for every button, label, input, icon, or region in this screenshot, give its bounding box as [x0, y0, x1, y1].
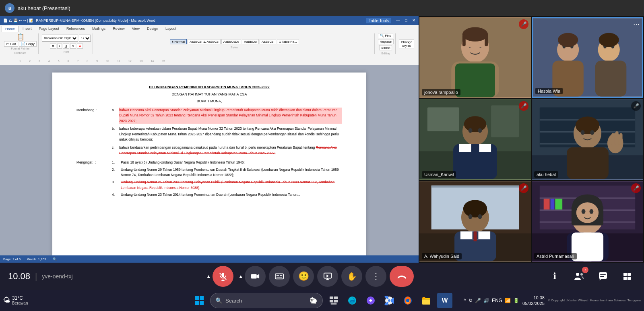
more-options-btn[interactable]: ⋮ [365, 266, 386, 287]
word-status-bar: Page: 2 of 6 Words: 1,269 🔍 [0, 255, 419, 263]
svg-point-116 [388, 299, 390, 302]
svg-marker-90 [327, 274, 329, 277]
cut-btn[interactable]: ✂ Cut [4, 41, 18, 47]
svg-rect-98 [627, 273, 631, 276]
tray-volume-icon[interactable]: 🔊 [483, 298, 489, 303]
participants-btn[interactable]: 7 [570, 267, 588, 285]
clock-widget[interactable]: 10.08 05/02/2025 [522, 295, 545, 307]
svg-rect-67 [555, 199, 562, 209]
change-styles-btn[interactable]: ChangeStyles [399, 39, 414, 48]
tab-design[interactable]: Design [144, 26, 161, 32]
svg-rect-123 [422, 297, 425, 299]
firefox-btn[interactable] [400, 293, 415, 308]
present-btn[interactable] [317, 266, 338, 287]
svg-rect-76 [584, 232, 592, 261]
captions-btn[interactable] [269, 266, 290, 287]
taskbar-right: ^ ↻ 🎤 🔊 ENG 📶 🔋 10.08 05/02/2025 © Copyr… [464, 295, 641, 307]
style-bodytext[interactable]: AaBbCcI [242, 39, 259, 44]
style-table[interactable]: 1 Table Pa... [277, 39, 299, 44]
word-titlebar: 📄 🗂 💾 ↩ ↪ | 📝 RANPERBUP-MUNA-SPM-KOMEN [… [0, 16, 419, 25]
task-view-btn[interactable] [326, 293, 341, 308]
file-explorer-btn[interactable] [419, 293, 434, 308]
tab-page-layout[interactable]: Page Layout [36, 26, 63, 32]
tab-layout[interactable]: Layout [162, 26, 180, 32]
clipboard-group: 📋 ✂ Cut 📄 Copy Format Painter Clipboard [2, 33, 39, 54]
tab-references[interactable]: References [63, 26, 88, 32]
svg-rect-107 [330, 300, 333, 302]
activities-btn[interactable] [618, 267, 636, 285]
word-maximize[interactable]: □ [405, 18, 407, 23]
font-size-selector[interactable]: 12 [79, 35, 91, 42]
raise-hand-btn[interactable]: ✋ [341, 266, 362, 287]
menimbang-c: bahwa berdasarkan pertimbangan sebagaima… [119, 145, 342, 156]
svg-rect-102 [200, 296, 204, 300]
font-color-btn[interactable]: A [77, 44, 83, 49]
mic-menu-btn[interactable]: ▲ [204, 266, 213, 287]
meeting-time: 10.08 [8, 271, 30, 282]
svg-point-54 [478, 214, 482, 219]
style-heading2[interactable]: AaBbCcDd [221, 39, 242, 44]
hasola-more-options[interactable]: ⋯ [633, 21, 640, 28]
copyright-text: © Copyright | Kantor Wilayah Kemenkumham… [548, 299, 641, 303]
video-tile-wahyudin: 🎤 A. Wahyudin Said [419, 181, 531, 262]
bold-btn[interactable]: B [50, 44, 56, 49]
word-minimize[interactable]: — [396, 18, 400, 23]
edge-icon [347, 296, 357, 305]
camera-btn[interactable] [245, 266, 266, 287]
word-count: Words: 1,269 [27, 257, 46, 261]
screen-share-area: 📄 🗂 💾 ↩ ↪ | 📝 RANPERBUP-MUNA-SPM-KOMEN [… [0, 16, 419, 263]
search-bar[interactable]: 🔍 Search 🐑 [210, 293, 323, 308]
style-nospacing[interactable]: AaBbCcI [260, 39, 277, 44]
copilot-icon: 🐑 [310, 297, 318, 305]
copilot-btn[interactable] [363, 293, 378, 308]
word-btn[interactable]: W [437, 293, 452, 308]
svg-point-111 [350, 301, 355, 305]
tab-home[interactable]: Home [2, 26, 19, 32]
find-btn[interactable]: 🔍 Find [378, 33, 393, 38]
word-table-tools: Table Tools [366, 18, 391, 23]
tab-review[interactable]: Review [109, 26, 128, 32]
svg-point-20 [599, 33, 619, 47]
wahyudin-video [419, 181, 531, 262]
emoji-btn[interactable]: 🙂 [293, 266, 314, 287]
replace-btn[interactable]: Replace [378, 39, 394, 44]
font-selector[interactable]: Bookman Old Style [42, 35, 78, 42]
svg-rect-44 [611, 133, 615, 145]
underline-btn[interactable]: U [63, 44, 69, 49]
styles-group: ¶ Normal AaBbCcI 1. AaBbCc AaBbCcDd AaBb… [95, 33, 375, 54]
akuhebat-name: aku hebat [534, 171, 558, 178]
language-indicator[interactable]: ENG [492, 298, 502, 303]
strikethrough-btn[interactable]: S [70, 44, 76, 49]
usman-video [419, 99, 531, 180]
windows-start-btn[interactable] [192, 293, 207, 308]
spell-check: 🔍 [53, 257, 57, 261]
svg-rect-45 [615, 131, 619, 145]
word-close[interactable]: ✕ [412, 18, 415, 23]
chat-btn[interactable] [594, 267, 612, 285]
controls-left: 10.08 | yve-oend-txj [8, 271, 73, 282]
menimbang-b: bahwa beberapa ketentuan dalam Peraturan… [119, 126, 342, 143]
style-normal[interactable]: ¶ Normal [170, 39, 187, 44]
tab-mailings[interactable]: Mailings [89, 26, 109, 32]
info-btn[interactable]: ℹ [546, 267, 564, 285]
weather-widget[interactable]: 🌤 31°C Berawan [3, 295, 28, 306]
svg-rect-23 [427, 108, 459, 131]
tab-insert[interactable]: Insert [19, 26, 35, 32]
astrid-mic-indicator: 🎤 [631, 183, 641, 193]
copy-btn[interactable]: 📄 Copy [19, 41, 37, 47]
tray-chevron[interactable]: ^ [464, 298, 466, 303]
taskbar: 🌤 31°C Berawan 🔍 Search 🐑 [0, 290, 644, 311]
camera-menu-btn[interactable]: ▲ [237, 266, 245, 287]
paste-btn[interactable]: 📋 [15, 33, 26, 41]
svg-rect-97 [623, 273, 627, 276]
battery-icon[interactable]: 🔋 [513, 298, 519, 303]
edge-btn[interactable] [345, 293, 360, 308]
select-btn[interactable]: Select [379, 45, 392, 50]
style-heading1[interactable]: AaBbCcI 1. AaBbCc [188, 39, 221, 44]
tab-view[interactable]: View [129, 26, 143, 32]
italic-btn[interactable]: I [57, 44, 62, 49]
mic-btn[interactable] [213, 266, 233, 287]
end-call-btn[interactable] [390, 266, 414, 287]
wifi-icon[interactable]: 📶 [505, 298, 511, 303]
chrome-btn[interactable] [382, 293, 397, 308]
